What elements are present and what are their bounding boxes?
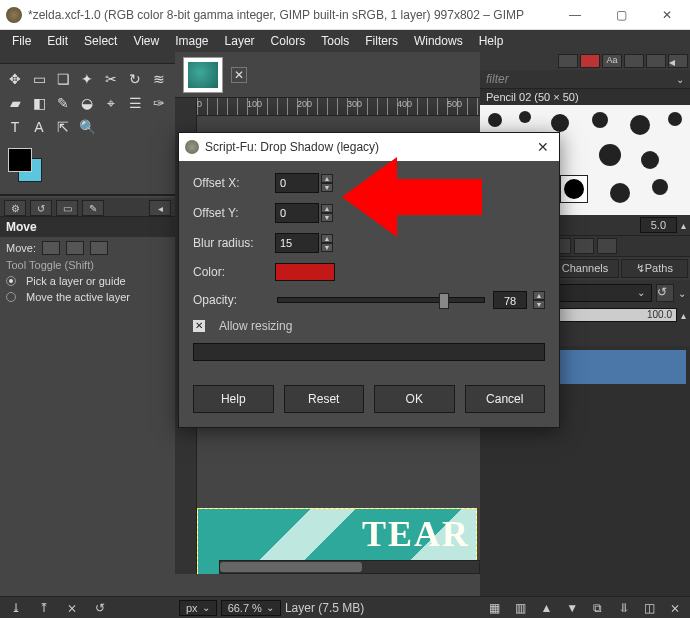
opacity-slider[interactable]	[277, 297, 485, 303]
close-window-button[interactable]: ✕	[644, 0, 690, 30]
reset-button[interactable]: Reset	[284, 385, 365, 413]
clone-tool-icon[interactable]: ⌖	[100, 92, 122, 114]
menu-filters[interactable]: Filters	[357, 32, 406, 50]
offset-y-spinner[interactable]: ▲▼	[275, 203, 333, 223]
offset-x-up-icon[interactable]: ▲	[321, 174, 333, 183]
brush-selected[interactable]	[560, 175, 588, 203]
menu-tools[interactable]: Tools	[313, 32, 357, 50]
dock-tab-more[interactable]	[646, 54, 666, 68]
bucket-tool-icon[interactable]: ▰	[4, 92, 26, 114]
image-tab-thumb[interactable]	[183, 57, 223, 93]
opacity-down-icon[interactable]: ▼	[533, 300, 545, 309]
dialog-close-icon[interactable]: ✕	[533, 139, 553, 155]
zoom-select[interactable]: 66.7 %⌄	[221, 600, 281, 616]
rect-select-tool-icon[interactable]: ▭	[28, 68, 50, 90]
cancel-button[interactable]: Cancel	[465, 385, 546, 413]
dock-tab-brushes[interactable]	[558, 54, 578, 68]
menu-layer[interactable]: Layer	[217, 32, 263, 50]
wand-tool-icon[interactable]: ✦	[76, 68, 98, 90]
tb-reset-icon[interactable]: ↺	[90, 600, 110, 616]
filter-dropdown-icon[interactable]: ⌄	[676, 74, 684, 85]
blur-input[interactable]	[275, 233, 319, 253]
move-active-radio[interactable]: Move the active layer	[6, 291, 169, 303]
brush-open-icon[interactable]	[597, 238, 617, 254]
fg-color-swatch[interactable]	[8, 148, 32, 172]
rotate-tool-icon[interactable]: ↻	[124, 68, 146, 90]
tb-save-icon[interactable]: ⤓	[6, 600, 26, 616]
measure-tool-icon[interactable]: ⇱	[52, 116, 74, 138]
menu-help[interactable]: Help	[471, 32, 512, 50]
dock-tab-fonts[interactable]: Aa	[602, 54, 622, 68]
unit-select[interactable]: px⌄	[179, 600, 217, 616]
offset-x-spinner[interactable]: ▲▼	[275, 173, 333, 193]
brush-refresh-icon[interactable]	[574, 238, 594, 254]
blur-up-icon[interactable]: ▲	[321, 234, 333, 243]
canvas-hscrollbar[interactable]	[219, 560, 480, 574]
layer-group-icon[interactable]: ▥	[512, 600, 530, 616]
offset-x-down-icon[interactable]: ▼	[321, 183, 333, 192]
brush-spacing-value[interactable]: 5.0	[640, 217, 677, 233]
tab-paths[interactable]: ↯Paths	[621, 259, 688, 278]
dock-tab-patterns[interactable]	[580, 54, 600, 68]
allow-resizing-checkbox[interactable]: ✕ Allow resizing	[193, 319, 545, 333]
dock-tab-undo[interactable]: ✎	[82, 200, 104, 216]
warp-tool-icon[interactable]: ≋	[148, 68, 170, 90]
menu-colors[interactable]: Colors	[263, 32, 314, 50]
offset-y-input[interactable]	[275, 203, 319, 223]
layer-mask-icon[interactable]: ◫	[641, 600, 659, 616]
blur-spinner[interactable]: ▲▼	[275, 233, 333, 253]
layer-up-icon[interactable]: ▲	[538, 600, 556, 616]
ok-button[interactable]: OK	[374, 385, 455, 413]
tb-delete-icon[interactable]: ⨯	[62, 600, 82, 616]
dock-menu-right-icon[interactable]: ◂	[668, 54, 688, 68]
dock-tab-history[interactable]	[624, 54, 644, 68]
layer-del-icon[interactable]: ⨯	[666, 600, 684, 616]
move-target-selection-icon[interactable]	[66, 241, 84, 255]
text-tool-icon[interactable]: T	[4, 116, 26, 138]
path-tool-icon[interactable]: ✑	[148, 92, 170, 114]
menu-select[interactable]: Select	[76, 32, 125, 50]
picker-tool-icon[interactable]: A	[28, 116, 50, 138]
minimize-button[interactable]: —	[552, 0, 598, 30]
crop-tool-icon[interactable]: ✂	[100, 68, 122, 90]
smudge-tool-icon[interactable]: ☰	[124, 92, 146, 114]
menu-windows[interactable]: Windows	[406, 32, 471, 50]
svg-point-12	[610, 183, 630, 203]
pencil-tool-icon[interactable]: ✎	[52, 92, 74, 114]
opacity-up-icon[interactable]: ▲	[533, 291, 545, 300]
menu-image[interactable]: Image	[167, 32, 216, 50]
opacity-value[interactable]: 78	[493, 291, 527, 309]
menu-view[interactable]: View	[125, 32, 167, 50]
offset-x-input[interactable]	[275, 173, 319, 193]
offset-y-down-icon[interactable]: ▼	[321, 213, 333, 222]
move-target-path-icon[interactable]	[90, 241, 108, 255]
move-target-layer-icon[interactable]	[42, 241, 60, 255]
brush-filter-input[interactable]: filter	[486, 72, 676, 86]
pick-layer-radio[interactable]: Pick a layer or guide	[6, 275, 169, 287]
dock-menu-icon[interactable]: ◂	[149, 200, 171, 216]
mode-reset-icon[interactable]: ↺	[656, 284, 674, 302]
help-button[interactable]: Help	[193, 385, 274, 413]
dock-tab-images[interactable]: ▭	[56, 200, 78, 216]
move-tool-icon[interactable]: ✥	[4, 68, 26, 90]
layer-dup-icon[interactable]: ⧉	[589, 600, 607, 616]
zoom-tool-icon[interactable]: 🔍	[76, 116, 98, 138]
layer-down-icon[interactable]: ▼	[563, 600, 581, 616]
dock-tab-device[interactable]: ↺	[30, 200, 52, 216]
menu-file[interactable]: File	[4, 32, 39, 50]
image-tab-close-icon[interactable]: ✕	[231, 67, 247, 83]
layer-merge-icon[interactable]: ⥥	[615, 600, 633, 616]
gradient-tool-icon[interactable]: ◧	[28, 92, 50, 114]
eraser-tool-icon[interactable]: ◒	[76, 92, 98, 114]
dock-tab-tool-options[interactable]: ⚙	[4, 200, 26, 216]
tb-restore-icon[interactable]: ⤒	[34, 600, 54, 616]
blur-down-icon[interactable]: ▼	[321, 243, 333, 252]
tab-channels[interactable]: Channels	[551, 259, 618, 278]
maximize-button[interactable]: ▢	[598, 0, 644, 30]
layer-new-icon[interactable]: ▦	[486, 600, 504, 616]
offset-y-up-icon[interactable]: ▲	[321, 204, 333, 213]
menu-edit[interactable]: Edit	[39, 32, 76, 50]
color-swatches[interactable]	[4, 148, 175, 188]
lasso-tool-icon[interactable]: ❑	[52, 68, 74, 90]
shadow-color-well[interactable]	[275, 263, 335, 281]
